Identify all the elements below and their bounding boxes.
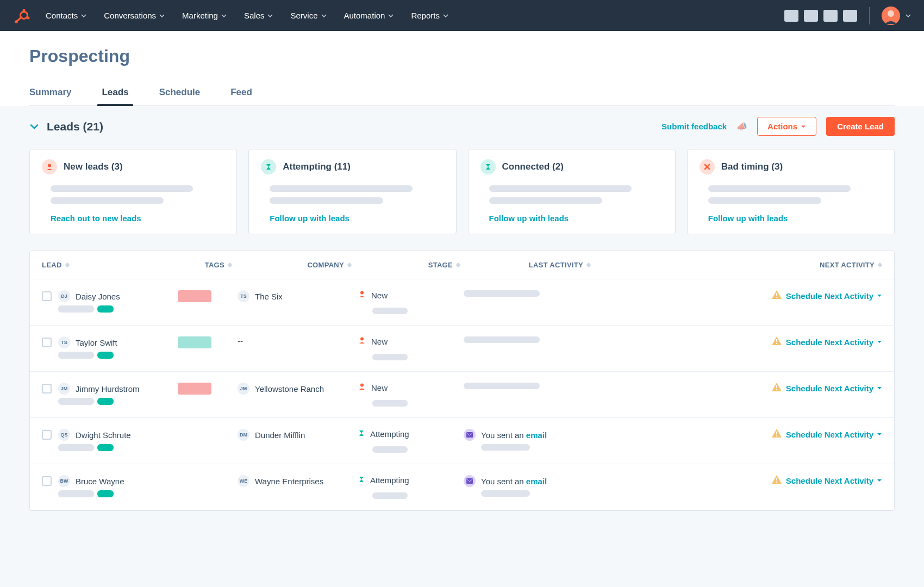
tab-leads[interactable]: Leads [102,82,128,105]
company-name: Wayne Enterprises [255,477,323,486]
skeleton-line [708,197,821,204]
schedule-next-activity-link[interactable]: Schedule Next Activity [786,384,882,393]
svg-rect-19 [466,432,473,438]
nav-item-conversations[interactable]: Conversations [104,11,165,20]
user-avatar[interactable] [882,7,900,25]
svg-point-13 [360,338,364,341]
card-link[interactable]: Reach out to new leads [51,214,224,223]
last-activity-text: You sent an email [481,430,547,440]
nav-label: Sales [244,11,265,20]
nav-item-marketing[interactable]: Marketing [182,11,227,20]
cell-last-activity: You sent an email [460,475,591,497]
nav-label: Service [290,11,317,20]
lead-info: TS Taylor Swift [58,336,117,359]
row-checkbox[interactable] [42,430,52,440]
company-name: -- [238,336,243,346]
nav-action-3[interactable] [823,10,838,22]
cell-last-activity [460,336,591,343]
schedule-next-activity-link[interactable]: Schedule Next Activity [786,291,882,301]
skeleton-line [270,197,383,204]
lead-name[interactable]: Jimmy Hurdstrom [76,384,140,394]
sort-icon [878,263,882,267]
email-link[interactable]: email [526,477,547,486]
card-link[interactable]: Follow up with leads [270,214,444,223]
submit-feedback-link[interactable]: Submit feedback [661,122,727,131]
row-checkbox[interactable] [42,338,52,347]
actions-button[interactable]: Actions [757,117,816,136]
sort-icon [228,263,232,267]
page-title: Prospecting [29,46,895,66]
column-header-tags[interactable]: TAGS [167,261,232,269]
lead-name[interactable]: Taylor Swift [76,338,117,347]
cell-next-activity: Schedule Next Activity [591,290,882,301]
divider [869,7,870,24]
lead-name[interactable]: Bruce Wayne [76,477,124,486]
header-label: LEAD [42,261,62,269]
nav-item-contacts[interactable]: Contacts [46,11,86,20]
nav-action-2[interactable] [804,10,818,22]
cell-next-activity: Schedule Next Activity [591,336,882,347]
cell-next-activity: Schedule Next Activity [591,429,882,440]
svg-rect-23 [776,478,777,480]
lead-name[interactable]: Dwight Schrute [76,430,131,440]
caret-down-icon [877,385,882,391]
nav-items: ContactsConversationsMarketingSalesServi… [46,11,769,20]
nav-action-1[interactable] [784,10,798,22]
email-link[interactable]: email [526,430,547,440]
schedule-next-activity-link[interactable]: Schedule Next Activity [786,430,882,439]
hubspot-logo[interactable] [13,7,30,24]
cell-next-activity: Schedule Next Activity [591,383,882,394]
row-checkbox[interactable] [42,476,52,486]
tab-schedule[interactable]: Schedule [159,82,201,105]
content: Leads (21) Submit feedback 📣 Actions Cre… [0,106,924,533]
person-icon [42,159,57,174]
nav-item-service[interactable]: Service [290,11,326,20]
column-header-next-activity[interactable]: NEXT ACTIVITY [591,261,882,269]
create-lead-button[interactable]: Create Lead [826,117,895,136]
column-header-stage[interactable]: STAGE [352,261,460,269]
svg-rect-24 [776,482,777,483]
card-title: Bad timing (3) [721,161,783,172]
lead-info: JM Jimmy Hurdstrom [58,383,140,405]
skeleton-line [708,185,851,192]
skeleton-line [51,197,164,204]
status-card-3: Bad timing (3) Follow up with leads [687,149,895,234]
nav-item-reports[interactable]: Reports [411,11,448,20]
card-head: Connected (2) [480,159,663,174]
card-head: New leads (3) [42,159,224,174]
caret-down-icon [877,293,882,298]
table-row: DJ Daisy Jones TS The Six New Schedule N… [30,279,894,326]
status-card-1: Attempting (11) Follow up with leads [248,149,456,234]
nav-item-automation[interactable]: Automation [344,11,394,20]
lead-avatar: TS [58,336,70,348]
row-checkbox[interactable] [42,291,52,301]
svg-rect-20 [776,432,777,434]
section-left: Leads (21) [29,120,103,133]
card-link[interactable]: Follow up with leads [708,214,882,223]
column-header-lead[interactable]: LEAD [42,261,167,269]
tab-summary[interactable]: Summary [29,82,71,105]
schedule-next-activity-link[interactable]: Schedule Next Activity [786,476,882,485]
hourglass-icon [480,159,496,174]
nav-action-4[interactable] [843,10,857,22]
card-link[interactable]: Follow up with leads [489,214,663,223]
skeleton-line [489,185,632,192]
schedule-next-activity-link[interactable]: Schedule Next Activity [786,338,882,347]
cell-company: WE Wayne Enterprises [232,475,352,487]
megaphone-icon: 📣 [736,121,747,132]
company-avatar: TS [238,290,249,302]
row-checkbox[interactable] [42,384,52,394]
lead-name[interactable]: Daisy Jones [76,292,120,301]
column-header-company[interactable]: COMPANY [232,261,352,269]
tab-feed[interactable]: Feed [230,82,252,105]
caret-down-icon [877,432,882,437]
column-header-last-activity[interactable]: LAST ACTIVITY [460,261,591,269]
cell-last-activity [460,290,591,297]
company-avatar: DM [238,429,249,441]
nav-item-sales[interactable]: Sales [244,11,273,20]
section-header: Leads (21) Submit feedback 📣 Actions Cre… [29,117,895,136]
chevron-down-icon[interactable] [906,13,911,18]
header-label: STAGE [428,261,453,269]
person-icon [358,290,366,300]
chevron-down-icon[interactable] [29,122,39,132]
